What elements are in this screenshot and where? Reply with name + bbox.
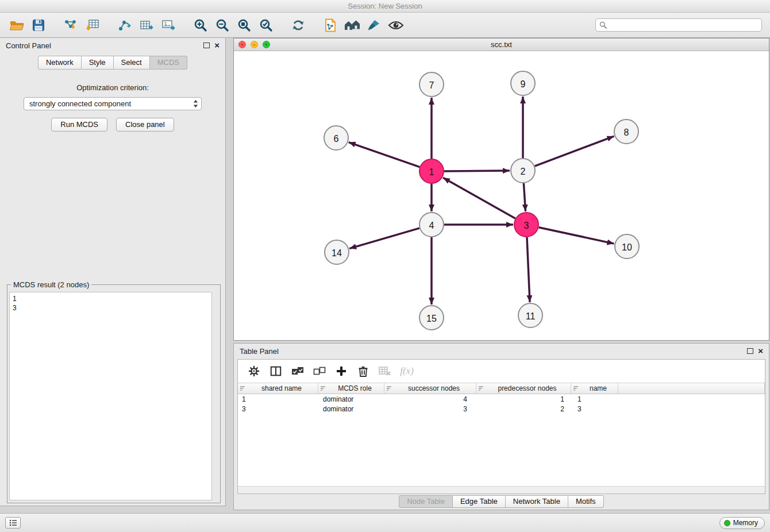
function-builder-button[interactable]: f(x) [398,363,416,380]
add-row-button[interactable] [332,363,351,380]
show-columns-button[interactable] [267,363,285,380]
sort-icon [573,385,579,391]
search-input[interactable] [609,21,758,29]
refresh-view-button[interactable] [287,16,309,35]
graph-node-label: 11 [526,311,536,321]
home-network-icon [344,18,361,32]
graph-node-label: 2 [521,167,526,176]
table-row[interactable]: 3 dominator 3 2 3 [238,404,765,414]
open-session-button[interactable] [6,16,28,35]
tab-network[interactable]: Network [38,56,82,70]
graph-node-6[interactable]: 6 [324,126,348,150]
table-panel-content: f(x) shared name MCDS role successor nod… [237,359,765,494]
network-canvas[interactable]: 1234678910111415 [234,51,769,340]
network-window-titlebar: × − + scc.txt [234,38,769,51]
sort-icon [478,385,484,391]
export-image-button[interactable] [157,16,179,35]
graph-edge-2-3[interactable] [523,183,525,211]
graph-node-14[interactable]: 14 [325,240,349,264]
close-control-panel-button[interactable]: × [214,43,220,48]
graph-node-3[interactable]: 3 [514,213,538,237]
graph-edge-3-1[interactable] [443,178,515,218]
memory-label: Memory [733,519,758,527]
delete-table-button[interactable] [376,363,394,380]
run-mcds-button[interactable]: Run MCDS [51,118,107,132]
tab-style[interactable]: Style [82,56,114,70]
clone-network-button[interactable] [319,16,341,35]
tab-motifs[interactable]: Motifs [568,495,604,508]
dropdown-stepper-icon [193,99,198,108]
table-settings-button[interactable] [245,363,263,380]
table-row[interactable]: 1 dominator 4 1 1 [238,394,765,404]
graph-edge-1-2[interactable] [444,171,510,171]
export-table-icon [139,18,154,33]
zoom-in-button[interactable] [190,16,211,35]
tab-network-table[interactable]: Network Table [506,495,568,508]
graph-node-8[interactable]: 8 [614,119,638,144]
memory-button[interactable]: Memory [719,517,765,529]
column-header-successor-nodes[interactable]: successor nodes [384,383,476,394]
zoom-selected-button[interactable] [255,16,277,35]
eye-icon [388,19,404,32]
table-header-row: shared name MCDS role successor nodes pr… [238,383,765,394]
float-control-panel-button[interactable] [203,43,210,48]
sort-icon [320,385,326,391]
deselect-all-rows-button[interactable] [310,363,329,380]
graph-node-label: 4 [429,221,434,230]
network-manager-button[interactable] [341,16,363,35]
export-network-button[interactable] [114,16,136,35]
search-box [595,18,762,32]
import-network-button[interactable] [60,16,82,35]
float-table-panel-button[interactable] [747,348,753,354]
tab-edge-table[interactable]: Edge Table [453,495,506,508]
graph-edge-1-6[interactable] [349,142,420,167]
main-toolbar [0,13,770,38]
export-table-button[interactable] [136,16,157,35]
column-header-name[interactable]: name [571,383,618,394]
zoom-in-icon [193,18,208,33]
graph-node-7[interactable]: 7 [419,72,444,97]
optimization-criterion-select[interactable]: strongly connected component [24,97,202,110]
graph-node-4[interactable]: 4 [419,213,444,237]
graph-node-9[interactable]: 9 [511,71,535,95]
graph-node-1[interactable]: 1 [419,159,444,183]
graph-edge-2-8[interactable] [535,136,614,166]
mcds-result-list[interactable]: 1 3 [9,292,212,500]
select-all-icon [291,365,305,377]
table-horizontal-scrollbar[interactable] [238,486,765,494]
close-table-panel-button[interactable]: × [758,348,763,354]
graph-node-15[interactable]: 15 [419,306,444,330]
delete-rows-button[interactable] [354,363,372,380]
column-header-shared-name[interactable]: shared name [238,383,318,394]
import-network-icon [63,18,78,33]
import-table-button[interactable] [82,16,103,35]
column-header-predecessor-nodes[interactable]: predecessor nodes [476,383,571,394]
memory-status-icon [724,520,730,526]
graph-edge-4-14[interactable] [349,228,419,249]
column-header-filler [618,383,765,394]
search-icon [599,21,607,29]
table-toolbar: f(x) [238,360,765,383]
close-panel-button[interactable]: Close panel [116,118,174,132]
tab-mcds[interactable]: MCDS [150,56,187,70]
show-hide-panels-button[interactable] [385,16,407,35]
graph-edge-3-10[interactable] [539,228,614,244]
column-header-mcds-role[interactable]: MCDS role [318,383,384,394]
zoom-fit-button[interactable] [233,16,255,35]
graph-node-2[interactable]: 2 [511,159,535,183]
export-image-icon [161,18,176,33]
apply-style-button[interactable] [363,16,385,35]
window-titlebar: Session: New Session [0,0,770,13]
graph-edge-3-11[interactable] [527,237,530,302]
select-all-rows-button[interactable] [288,363,307,380]
save-session-button[interactable] [28,16,49,35]
graph-node-10[interactable]: 10 [615,234,639,259]
tab-select[interactable]: Select [114,56,150,70]
tab-node-table[interactable]: Node Table [399,495,453,508]
sort-icon [240,385,245,391]
sort-icon [386,385,392,391]
status-menu-button[interactable] [5,517,21,529]
graph-node-11[interactable]: 11 [518,303,542,327]
clone-network-icon [323,18,338,33]
zoom-out-button[interactable] [211,16,233,35]
